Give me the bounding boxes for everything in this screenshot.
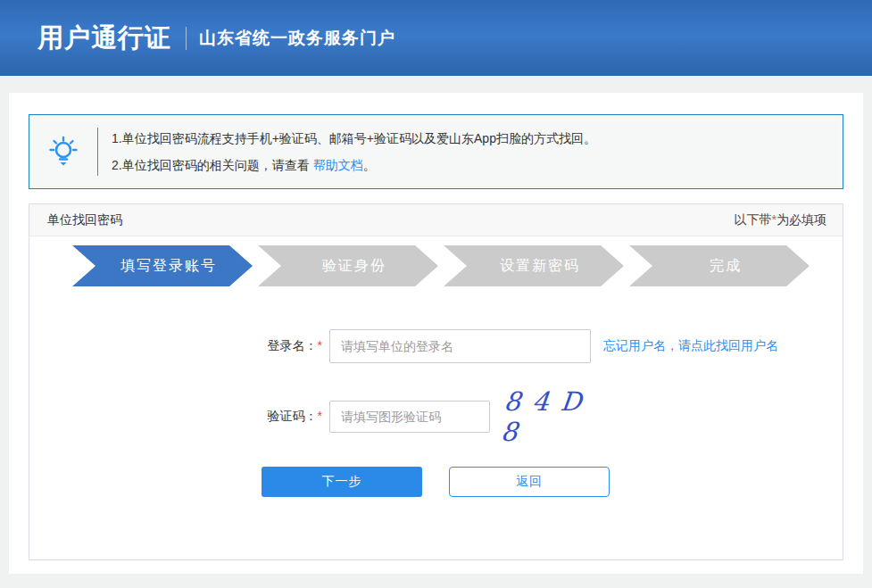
button-row: 下一步 返回 — [262, 467, 843, 497]
main-card: 1.单位找回密码流程支持手机+验证码、邮箱号+验证码以及爱山东App扫脸的方式找… — [9, 93, 863, 574]
captcha-label-text: 验证码： — [268, 409, 318, 423]
tip-line-2-text: 2.单位找回密码的相关问题，请查看 — [112, 158, 310, 172]
captcha-required-star: * — [318, 409, 322, 423]
login-required-star: * — [318, 338, 322, 352]
step-verify-identity: 验证身份 — [258, 245, 438, 286]
tip-line-2-period: 。 — [363, 158, 376, 172]
forgot-username-link[interactable]: 忘记用户名，请点此找回用户名 — [603, 338, 778, 354]
captcha-row: 验证码：* 8 4 D 8 — [233, 399, 843, 435]
tip-box: 1.单位找回密码流程支持手机+验证码、邮箱号+验证码以及爱山东App扫脸的方式找… — [29, 114, 843, 189]
page-header: 用户通行证 山东省统一政务服务门户 — [0, 0, 872, 76]
brand-divider — [186, 27, 187, 50]
captcha-input[interactable] — [329, 401, 490, 433]
login-name-input[interactable] — [329, 329, 591, 363]
login-name-label-text: 登录名： — [268, 338, 318, 352]
recover-password-panel: 单位找回密码 以下带*为必填项 填写登录账号 验证身份 设置新密码 完成 登录名… — [29, 203, 843, 560]
tip-text: 1.单位找回密码流程支持手机+验证码、邮箱号+验证码以及爱山东App扫脸的方式找… — [98, 125, 596, 178]
tip-line-2: 2.单位找回密码的相关问题，请查看帮助文档。 — [112, 152, 596, 178]
progress-steps: 填写登录账号 验证身份 设置新密码 完成 — [72, 245, 843, 286]
step-set-new-password: 设置新密码 — [444, 245, 624, 286]
form-area: 登录名：* 忘记用户名，请点此找回用户名 验证码：* 8 4 D 8 下一步 返… — [29, 329, 843, 559]
page-title: 用户通行证 — [37, 21, 171, 56]
login-name-label: 登录名：* — [233, 338, 322, 354]
back-button[interactable]: 返回 — [449, 467, 610, 497]
panel-header: 单位找回密码 以下带*为必填项 — [29, 204, 843, 236]
required-note-prefix: 以下带 — [735, 212, 772, 227]
step-finish: 完成 — [629, 245, 810, 286]
required-note-suffix: 为必填项 — [776, 212, 826, 227]
captcha-label: 验证码：* — [233, 409, 322, 425]
portal-subtitle: 山东省统一政务服务门户 — [199, 27, 395, 50]
tip-line-1: 1.单位找回密码流程支持手机+验证码、邮箱号+验证码以及爱山东App扫脸的方式找… — [112, 125, 596, 152]
brand: 用户通行证 山东省统一政务服务门户 — [37, 21, 395, 56]
help-doc-link[interactable]: 帮助文档 — [313, 158, 363, 172]
step-fill-account: 填写登录账号 — [72, 245, 253, 286]
panel-title: 单位找回密码 — [47, 212, 122, 228]
captcha-image[interactable]: 8 4 D 8 — [501, 399, 601, 435]
lightbulb-icon — [29, 132, 97, 171]
required-note: 以下带*为必填项 — [735, 212, 826, 228]
next-step-button[interactable]: 下一步 — [262, 467, 422, 497]
login-name-row: 登录名：* 忘记用户名，请点此找回用户名 — [233, 329, 843, 363]
